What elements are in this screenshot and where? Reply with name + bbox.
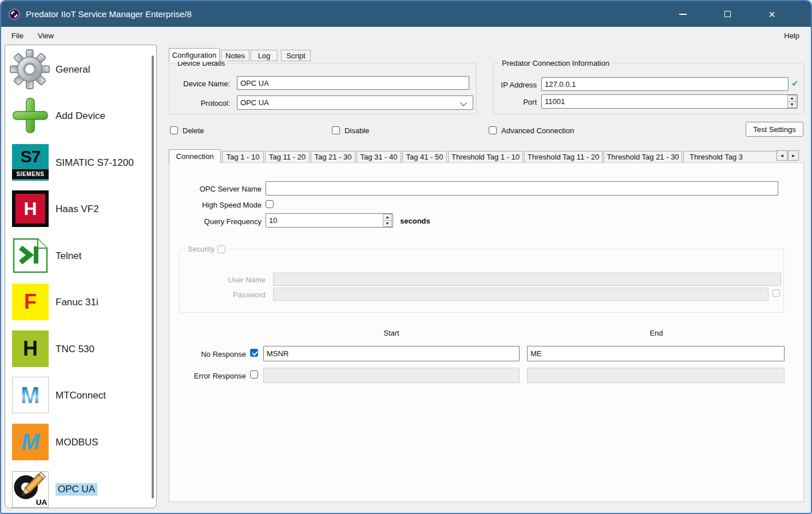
sidebar-item-general[interactable]: General (5, 51, 156, 89)
spinner-up-icon[interactable] (787, 95, 797, 102)
sidebar-item-tnc-530[interactable]: H TNC 530 (5, 330, 156, 368)
arrow-left-icon: ◄ (780, 153, 785, 158)
advanced-connection-checkbox[interactable] (489, 126, 497, 134)
sidebar-item-label: Add Device (56, 110, 105, 122)
scroll-right-button[interactable]: ► (788, 150, 799, 161)
port-label: Port (494, 98, 537, 106)
menu-bar: File View Help (1, 27, 811, 44)
green-check-icon: ✔ (791, 78, 799, 89)
opcua-pencil-icon: UA (12, 471, 49, 508)
sidebar-item-modbus[interactable]: M MODBUS (5, 424, 156, 461)
sidebar-item-label: Fanuc 31i (56, 297, 98, 308)
sidebar-item-fanuc-31i[interactable]: F Fanuc 31i (5, 284, 156, 321)
subtab-threshold-tag-21-30[interactable]: Threshold Tag 21 - 30 (604, 151, 682, 163)
error-response-checkbox[interactable] (250, 370, 258, 378)
arrow-right-icon: ► (791, 153, 796, 158)
high-speed-mode-checkbox[interactable] (266, 200, 274, 208)
security-legend: Security (185, 245, 228, 253)
port-input[interactable] (541, 94, 798, 109)
sidebar-item-haas-vf2[interactable]: H Haas VF2 (5, 190, 156, 228)
password-label: Password (190, 290, 266, 299)
user-name-label: User Name (190, 276, 266, 284)
disable-checkbox[interactable] (332, 126, 340, 134)
menu-view[interactable]: View (34, 30, 57, 42)
subtab-tag-11-20[interactable]: Tag 11 - 20 (265, 151, 310, 163)
subtab-tag-41-50[interactable]: Tag 41 - 50 (402, 151, 447, 163)
fanuc-icon-text: F (24, 290, 37, 314)
scroll-left-button[interactable]: ◄ (777, 150, 787, 161)
subtab-threshold-tag-1-10[interactable]: Threshold Tag 1 - 10 (448, 151, 523, 163)
fanuc-icon: F (12, 284, 49, 320)
query-frequency-unit-label: seconds (400, 217, 430, 225)
no-response-end-input[interactable] (527, 346, 785, 361)
query-frequency-label: Query Frequency (184, 217, 262, 226)
opc-server-name-label: OPC Server Name (184, 185, 262, 193)
tab-log[interactable]: Log (251, 50, 278, 61)
ip-address-input[interactable] (541, 77, 789, 91)
window-title: Predator IIoT Service Manager Enterprise… (26, 9, 192, 19)
delete-checkbox[interactable] (170, 126, 178, 134)
sidebar-scrollbar-thumb[interactable] (152, 55, 154, 499)
siemens-s7-icon: S7 SIEMENS (12, 144, 49, 181)
title-bar: Predator IIoT Service Manager Enterprise… (1, 1, 811, 27)
minimize-button[interactable] (670, 1, 696, 27)
protocol-selected-value: OPC UA (240, 98, 269, 107)
tab-configuration[interactable]: Configuration (169, 48, 220, 62)
spinner-down-icon[interactable] (383, 221, 392, 227)
maximize-button[interactable] (714, 1, 740, 27)
password-input (273, 288, 769, 301)
sidebar-item-label: Telnet (56, 250, 81, 262)
sidebar-item-telnet[interactable]: Telnet (5, 237, 156, 275)
ip-address-label: IP Address (494, 81, 537, 89)
subtab-threshold-tag-11-20[interactable]: Threshold Tag 11 - 20 (524, 151, 603, 163)
close-button[interactable]: × (759, 1, 785, 27)
subtab-connection[interactable]: Connection (169, 149, 221, 164)
query-frequency-spinner[interactable] (383, 214, 392, 227)
device-name-input[interactable] (237, 76, 469, 90)
device-sidebar: General Add Device S7 SIEMENS SIMATIC S7… (5, 45, 157, 508)
subtab-threshold-tag-31-40[interactable]: Threshold Tag 3 (683, 151, 778, 163)
haas-icon-text: H (23, 198, 37, 220)
error-response-start-input (263, 368, 520, 383)
port-spinner[interactable] (787, 95, 797, 108)
app-logo-icon (8, 8, 21, 21)
sidebar-item-label: MTConnect (56, 390, 106, 401)
minimize-icon (679, 14, 687, 15)
opc-server-name-input[interactable] (266, 181, 778, 196)
error-response-label: Error Response (185, 372, 246, 380)
subtab-tag-21-30[interactable]: Tag 21 - 30 (311, 151, 355, 163)
app-window: Predator IIoT Service Manager Enterprise… (0, 0, 812, 514)
modbus-icon: M (12, 424, 49, 460)
mtconnect-icon-text: M (21, 382, 39, 408)
protocol-select[interactable]: OPC UA (237, 95, 473, 110)
sidebar-item-add-device[interactable]: Add Device (5, 97, 156, 135)
spinner-down-icon[interactable] (787, 102, 797, 108)
no-response-checkbox[interactable] (250, 349, 258, 357)
gear-icon (10, 49, 50, 89)
sidebar-item-label: TNC 530 (56, 344, 94, 355)
close-icon: × (769, 9, 775, 20)
menu-help[interactable]: Help (781, 30, 803, 42)
sidebar-item-label: SIMATIC S7-1200 (56, 157, 134, 169)
sidebar-item-mtconnect[interactable]: M MTConnect (5, 377, 156, 415)
spinner-up-icon[interactable] (383, 214, 392, 221)
haas-icon: H (12, 190, 49, 227)
query-frequency-input[interactable] (266, 213, 393, 228)
security-checkbox[interactable] (217, 245, 225, 253)
subtab-scroll-buttons: ◄ ► (777, 150, 799, 161)
s7-icon-text: S7 (21, 144, 41, 169)
end-column-header: End (599, 329, 714, 337)
menu-file[interactable]: File (8, 30, 27, 42)
opcua-icon-text: UA (36, 498, 47, 507)
subtab-tag-1-10[interactable]: Tag 1 - 10 (222, 151, 264, 163)
subtab-tag-31-40[interactable]: Tag 31 - 40 (357, 151, 401, 163)
maximize-icon (724, 11, 731, 17)
sidebar-item-simatic-s7-1200[interactable]: S7 SIEMENS SIMATIC S7-1200 (5, 144, 156, 182)
predator-connection-legend: Predator Connection Information (500, 59, 612, 67)
sidebar-item-opc-ua[interactable]: UA OPC UA (5, 471, 156, 508)
no-response-start-input[interactable] (263, 346, 520, 361)
tnc-icon-text: H (23, 337, 38, 361)
test-settings-button[interactable]: Test Settings (746, 122, 803, 137)
user-name-input (273, 273, 781, 286)
tab-script[interactable]: Script (281, 50, 311, 61)
